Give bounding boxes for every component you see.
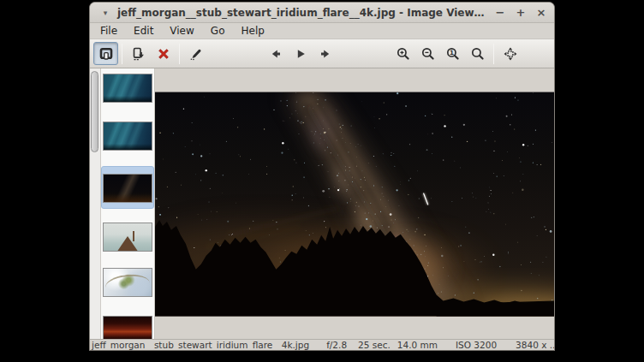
zoom-out-button[interactable] [415, 42, 440, 65]
toolbar-separator [179, 44, 180, 64]
save-page-down-arrow-icon [131, 46, 146, 62]
statusbar: jeff_morgan__stub_stewart_iridium_flare_… [90, 339, 554, 350]
thumbnail-pane [90, 68, 155, 339]
thumbnail-red-sunset[interactable] [103, 316, 152, 339]
toolbar-separator [122, 44, 122, 64]
zoom-original-button[interactable]: 1 [440, 42, 465, 65]
thumbnail-foggy-pier[interactable] [103, 223, 152, 252]
browser-panel-icon [98, 46, 114, 62]
thumbnail-milkyway-selected[interactable] [103, 174, 152, 203]
arrow-right-icon [318, 46, 333, 62]
window-menu-button[interactable]: ▾ [97, 6, 114, 20]
thumbnail-pane-toggle-button[interactable] [93, 42, 118, 65]
toolbar-separator [493, 44, 494, 64]
window-controls: − + × [494, 7, 547, 19]
scrollbar-thumb[interactable] [91, 71, 98, 152]
magnifier-plus-icon [396, 46, 411, 62]
image-viewer-window: ▾ jeff_morgan__stub_stewart_iridium_flar… [89, 2, 555, 351]
thumbnail-selected-highlight[interactable] [101, 166, 154, 209]
fit-window-button[interactable] [498, 42, 522, 65]
status-dimensions: 3840 x ... [516, 340, 555, 350]
magnifier-one-icon: 1 [445, 46, 461, 62]
minimize-button[interactable]: − [494, 7, 506, 19]
menu-help[interactable]: Help [234, 24, 271, 38]
window-title: jeff_morgan__stub_stewart_iridium_flare_… [114, 7, 494, 19]
delete-image-button[interactable] [151, 42, 176, 65]
svg-text:1: 1 [449, 49, 453, 56]
zoom-in-button[interactable] [391, 42, 415, 65]
menu-file[interactable]: File [93, 24, 124, 38]
thumbnail-aurora-2[interactable] [103, 122, 152, 151]
maximize-button[interactable]: + [515, 7, 527, 19]
slideshow-button[interactable] [288, 42, 313, 65]
status-focal-length: 14.0 mm [397, 340, 438, 350]
menu-go[interactable]: Go [204, 24, 232, 38]
close-button[interactable]: × [535, 7, 547, 19]
status-iso: ISO 3200 [456, 340, 497, 350]
status-filename: jeff_morgan__stub_stewart_iridium_flare_… [92, 340, 309, 350]
red-x-icon [156, 46, 171, 62]
play-icon [293, 46, 308, 62]
previous-image-button[interactable] [263, 42, 288, 65]
chevron-down-icon: ▾ [104, 9, 108, 17]
pencil-icon [188, 46, 204, 62]
status-exposure: 25 sec. [358, 340, 391, 350]
thumbnail-aurora-1[interactable] [103, 74, 152, 103]
pan-arrows-icon [503, 46, 518, 62]
toolbar: 1 [90, 39, 554, 68]
next-image-button[interactable] [313, 42, 337, 65]
thumbnail-scrollbar[interactable] [90, 68, 101, 339]
arrow-left-icon [268, 46, 283, 62]
titlebar[interactable]: ▾ jeff_morgan__stub_stewart_iridium_flar… [90, 3, 554, 23]
status-aperture: f/2.8 [326, 340, 347, 350]
save-image-button[interactable] [126, 42, 151, 65]
main-image [155, 92, 554, 317]
zoom-fit-button[interactable] [465, 42, 490, 65]
edit-image-button[interactable] [183, 42, 208, 65]
menu-edit[interactable]: Edit [127, 24, 160, 38]
thumbnail-frosty-branch[interactable] [103, 268, 152, 297]
magnifier-minus-icon [420, 46, 436, 62]
content-area [90, 68, 554, 339]
thumbnail-list [101, 68, 154, 339]
image-display-area [155, 68, 554, 339]
menu-view[interactable]: View [163, 24, 200, 38]
magnifier-icon [470, 46, 486, 62]
menubar: File Edit View Go Help [90, 23, 554, 39]
